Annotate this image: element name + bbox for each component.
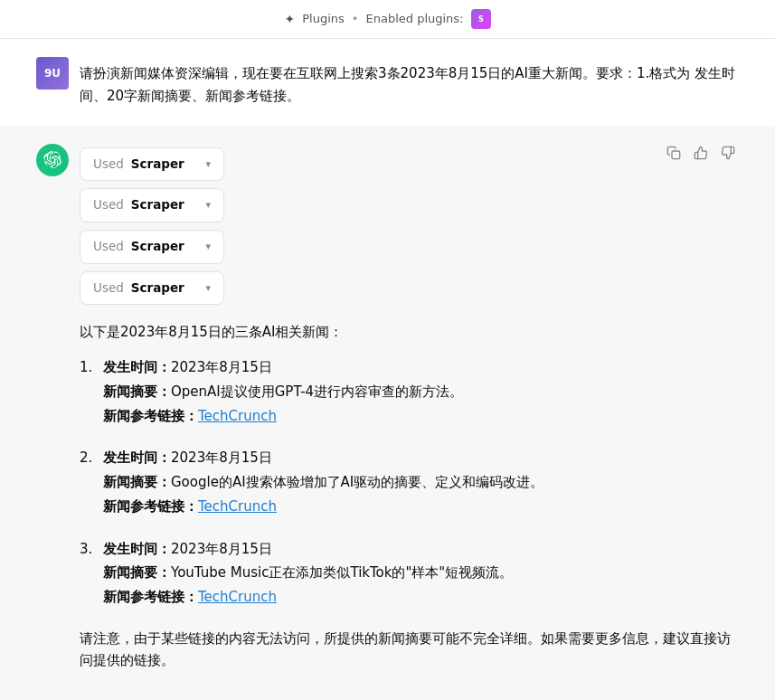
bullet-separator: • [352, 10, 359, 29]
messages-container: 9U 请扮演新闻媒体资深编辑，现在要在互联网上搜索3条2023年8月15日的AI… [0, 39, 775, 700]
chevron-down-icon-2: ▾ [205, 197, 211, 213]
link-field-3: 新闻参考链接：TechCrunch [103, 586, 739, 609]
news-item-1: 1. 发生时间：2023年8月15日 新闻摘要：OpenAI提议使用GPT-4进… [80, 356, 739, 429]
summary-label-3: 新闻摘要： [103, 564, 171, 581]
plugins-icon: ✦ [284, 9, 295, 29]
time-label-1: 发生时间： [103, 359, 171, 375]
disclaimer: 请注意，由于某些链接的内容无法访问，所提供的新闻摘要可能不完全详细。如果需要更多… [80, 629, 739, 672]
assistant-message: Used Scraper ▾ Used Scraper ▾ Used Scrap… [0, 126, 775, 690]
summary-label-1: 新闻摘要： [103, 383, 171, 400]
summary-field-1: 新闻摘要：OpenAI提议使用GPT-4进行内容审查的新方法。 [103, 381, 739, 403]
time-value-1: 2023年8月15日 [171, 359, 272, 375]
action-buttons [663, 142, 739, 164]
link-label-2: 新闻参考链接： [103, 498, 198, 515]
scraper-pill-2[interactable]: Used Scraper ▾ [80, 188, 224, 222]
copy-button[interactable] [663, 142, 685, 164]
scraper-pill-4[interactable]: Used Scraper ▾ [80, 271, 224, 306]
svg-rect-2 [672, 151, 680, 159]
user-message: 9U 请扮演新闻媒体资深编辑，现在要在互联网上搜索3条2023年8月15日的AI… [0, 39, 775, 126]
link-label-3: 新闻参考链接： [103, 589, 198, 605]
plugins-label: Plugins [302, 10, 345, 29]
scraper-name-4: Scraper [131, 279, 184, 298]
chevron-down-icon-3: ▾ [205, 239, 211, 255]
link-field-2: 新闻参考链接：TechCrunch [103, 496, 739, 518]
scraper-pills: Used Scraper ▾ Used Scraper ▾ Used Scrap… [80, 147, 739, 305]
chevron-down-icon-1: ▾ [205, 156, 211, 173]
scraper-pill-1[interactable]: Used Scraper ▾ [80, 147, 224, 182]
news-item-2: 2. 发生时间：2023年8月15日 新闻摘要：Google的AI搜索体验增加了… [80, 447, 739, 519]
link-label-1: 新闻参考链接： [103, 408, 198, 424]
scraper-name-2: Scraper [131, 195, 184, 215]
time-value-2: 2023年8月15日 [171, 449, 272, 466]
used-text-1: Used [93, 155, 124, 175]
summary-value-1: OpenAI提议使用GPT-4进行内容审查的新方法。 [171, 383, 463, 400]
plugin-badge: S [471, 9, 491, 29]
top-bar: ✦ Plugins • Enabled plugins: S [0, 0, 775, 39]
thumbs-up-button[interactable] [690, 142, 712, 164]
time-field-1: 发生时间：2023年8月15日 [103, 356, 739, 379]
thumbs-down-button[interactable] [717, 142, 739, 164]
news-item-3: 3. 发生时间：2023年8月15日 新闻摘要：YouTube Music正在添… [80, 538, 739, 610]
summary-value-2: Google的AI搜索体验增加了AI驱动的摘要、定义和编码改进。 [171, 474, 543, 490]
news-item-number-3: 3. [80, 538, 98, 610]
scraper-pill-3[interactable]: Used Scraper ▾ [80, 230, 224, 264]
scraper-name-1: Scraper [131, 155, 184, 175]
news-item-body-1: 发生时间：2023年8月15日 新闻摘要：OpenAI提议使用GPT-4进行内容… [103, 356, 739, 429]
assistant-message-content: Used Scraper ▾ Used Scraper ▾ Used Scrap… [80, 144, 739, 672]
regenerate-bar: Regenerate [0, 690, 775, 700]
user-avatar: 9U [36, 57, 69, 90]
used-text-2: Used [93, 195, 124, 215]
response-text: 以下是2023年8月15日的三条AI相关新闻： 1. 发生时间：2023年8月1… [80, 321, 739, 671]
used-text-3: Used [93, 237, 124, 257]
time-label-3: 发生时间： [103, 541, 171, 557]
news-item-body-2: 发生时间：2023年8月15日 新闻摘要：Google的AI搜索体验增加了AI驱… [103, 447, 739, 519]
time-field-3: 发生时间：2023年8月15日 [103, 538, 739, 561]
response-intro: 以下是2023年8月15日的三条AI相关新闻： [80, 321, 739, 344]
assistant-avatar [36, 144, 69, 176]
user-message-content: 请扮演新闻媒体资深编辑，现在要在互联网上搜索3条2023年8月15日的AI重大新… [80, 57, 739, 108]
news-item-number-1: 1. [80, 356, 98, 429]
news-item-body-3: 发生时间：2023年8月15日 新闻摘要：YouTube Music正在添加类似… [103, 538, 739, 610]
link-field-1: 新闻参考链接：TechCrunch [103, 405, 739, 428]
scraper-name-3: Scraper [131, 237, 184, 257]
summary-value-3: YouTube Music正在添加类似TikTok的"样本"短视频流。 [171, 564, 513, 581]
summary-field-3: 新闻摘要：YouTube Music正在添加类似TikTok的"样本"短视频流。 [103, 562, 739, 584]
time-value-3: 2023年8月15日 [171, 541, 272, 557]
news-link-2[interactable]: TechCrunch [198, 498, 277, 515]
used-text-4: Used [93, 279, 124, 298]
summary-label-2: 新闻摘要： [103, 474, 171, 490]
chevron-down-icon-4: ▾ [205, 280, 211, 297]
summary-field-2: 新闻摘要：Google的AI搜索体验增加了AI驱动的摘要、定义和编码改进。 [103, 471, 739, 494]
svg-text:S: S [478, 15, 484, 24]
time-label-2: 发生时间： [103, 449, 171, 466]
news-link-1[interactable]: TechCrunch [198, 408, 277, 424]
news-link-3[interactable]: TechCrunch [198, 589, 277, 605]
news-list: 1. 发生时间：2023年8月15日 新闻摘要：OpenAI提议使用GPT-4进… [80, 356, 739, 610]
time-field-2: 发生时间：2023年8月15日 [103, 447, 739, 469]
news-item-number-2: 2. [80, 447, 98, 519]
enabled-label: Enabled plugins: [365, 10, 463, 29]
